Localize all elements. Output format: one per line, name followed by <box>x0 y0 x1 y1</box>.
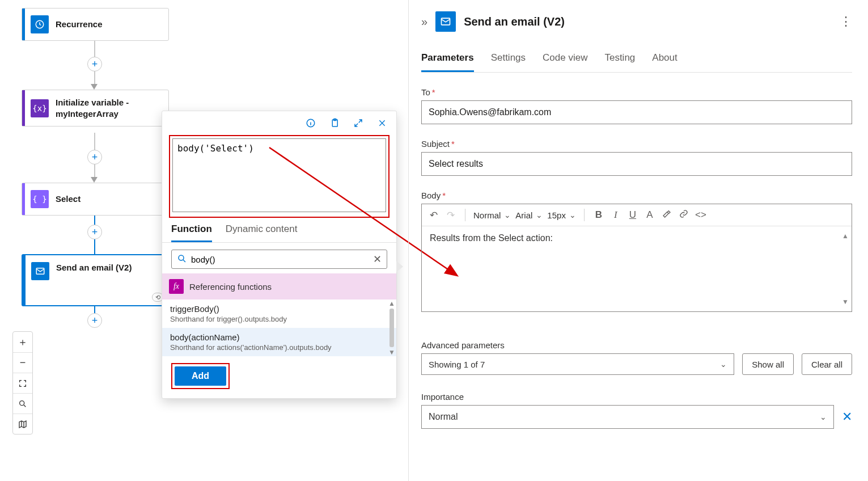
search-icon <box>177 254 187 266</box>
flow-node-select[interactable]: { } Select <box>22 183 169 216</box>
rte-body[interactable]: Results from the Select action: ▲ ▼ <box>422 226 852 311</box>
variable-icon: {x} <box>31 99 49 117</box>
field-label: Importance <box>421 392 852 402</box>
function-description: Shorthand for trigger().outputs.body <box>170 315 388 323</box>
expression-input[interactable]: body('Select') <box>172 138 386 212</box>
chevron-down-icon: ⌄ <box>536 210 543 220</box>
node-label: Initialize variable - myIntegerArray <box>56 90 158 126</box>
canvas-toolstrip: ＋ − <box>12 331 33 434</box>
node-accent <box>22 90 25 126</box>
scroll-thumb[interactable] <box>389 309 394 347</box>
code-view-icon[interactable]: <> <box>695 209 707 221</box>
add-step-button[interactable]: + <box>87 225 102 239</box>
popup-tabs: Function Dynamic content <box>162 218 396 243</box>
link-icon[interactable] <box>678 209 690 221</box>
node-label: Send an email (V2) <box>56 255 137 280</box>
function-list-scrollbar[interactable]: ▲ ▼ <box>388 299 395 356</box>
chevron-down-icon: ⌄ <box>820 412 827 421</box>
flow-node-send-email[interactable]: Send an email (V2) <box>22 254 169 306</box>
node-accent <box>22 183 25 215</box>
paste-icon[interactable] <box>328 117 341 129</box>
advanced-parameters-section: Advanced parameters Showing 1 of 7 ⌄ Sho… <box>421 340 852 375</box>
importance-select[interactable]: Normal ⌄ <box>421 405 834 429</box>
svg-point-2 <box>20 400 24 405</box>
function-category-header[interactable]: fx Referencing functions <box>162 273 396 299</box>
expression-popup: body('Select') Function Dynamic content … <box>162 111 397 399</box>
scroll-down-icon[interactable]: ▼ <box>388 348 395 356</box>
underline-icon[interactable]: U <box>626 209 639 221</box>
style-select[interactable]: Normal⌄ <box>473 210 511 220</box>
bold-icon[interactable]: B <box>592 209 605 221</box>
add-button[interactable]: Add <box>175 366 226 386</box>
tab-dynamic-content[interactable]: Dynamic content <box>226 223 298 242</box>
function-item-triggerbody[interactable]: triggerBody() Shorthand for trigger().ou… <box>162 299 396 328</box>
required-marker: * <box>451 139 455 149</box>
tab-parameters[interactable]: Parameters <box>421 52 474 72</box>
highlight-icon[interactable] <box>660 209 673 221</box>
fx-icon: fx <box>169 279 184 294</box>
info-icon[interactable] <box>304 117 317 129</box>
minimap-button[interactable] <box>13 414 32 434</box>
italic-icon[interactable]: I <box>609 209 622 221</box>
size-select[interactable]: 15px⌄ <box>547 210 576 220</box>
panel-title: Send an email (V2) <box>464 15 565 28</box>
popup-footer: Add <box>162 356 396 398</box>
function-search-input[interactable] <box>171 250 387 269</box>
fit-screen-button[interactable] <box>13 373 32 393</box>
font-select-label: Arial <box>515 210 532 220</box>
field-label: To <box>421 87 430 97</box>
to-input[interactable] <box>421 100 852 124</box>
panel-menu-button[interactable]: ⋮ <box>840 14 852 29</box>
tab-about[interactable]: About <box>652 52 677 72</box>
field-importance: Importance Normal ⌄ ✕ <box>421 392 852 429</box>
size-select-label: 15px <box>547 210 566 220</box>
panel-header: » Send an email (V2) ⋮ <box>421 0 852 36</box>
rte-toolbar: ↶ ↷ Normal⌄ Arial⌄ 15px⌄ B I U A <box>422 204 852 226</box>
expand-icon[interactable] <box>352 117 365 129</box>
expression-input-highlight: body('Select') <box>169 135 389 218</box>
add-step-button[interactable]: + <box>87 57 102 71</box>
toolbar-separator <box>584 209 585 221</box>
advanced-heading: Advanced parameters <box>421 340 852 350</box>
clear-icon[interactable]: ✕ <box>373 253 382 265</box>
close-icon[interactable] <box>376 117 388 129</box>
add-step-button[interactable]: + <box>87 313 102 328</box>
add-step-button[interactable]: + <box>87 150 102 164</box>
tab-settings[interactable]: Settings <box>491 52 526 72</box>
field-subject: Subject* <box>421 139 852 176</box>
function-name: triggerBody() <box>170 304 388 314</box>
function-description: Shorthand for actions('actionName').outp… <box>170 343 388 352</box>
outlook-icon <box>31 262 49 280</box>
node-accent <box>23 255 26 305</box>
zoom-out-button[interactable]: − <box>13 352 32 373</box>
tab-function[interactable]: Function <box>171 223 212 242</box>
undo-icon[interactable]: ↶ <box>427 209 440 221</box>
toolbar-separator <box>465 209 465 221</box>
zoom-in-button[interactable]: ＋ <box>13 332 32 352</box>
subject-input[interactable] <box>421 152 852 176</box>
search-button[interactable] <box>13 393 32 414</box>
tab-testing[interactable]: Testing <box>604 52 635 72</box>
flow-node-recurrence[interactable]: Recurrence <box>22 8 169 41</box>
flow-node-init-variable[interactable]: {x} Initialize variable - myIntegerArray <box>22 90 169 126</box>
scroll-up-icon[interactable]: ▲ <box>388 299 395 307</box>
show-all-button[interactable]: Show all <box>742 353 794 375</box>
tab-codeview[interactable]: Code view <box>543 52 587 72</box>
svg-point-6 <box>179 255 184 260</box>
scroll-up-icon[interactable]: ▲ <box>842 232 849 240</box>
rte-scrollbar[interactable]: ▲ ▼ <box>841 232 849 306</box>
field-label: Subject <box>421 139 450 149</box>
font-select[interactable]: Arial⌄ <box>515 210 543 220</box>
panel-tabs: Parameters Settings Code view Testing Ab… <box>421 36 852 73</box>
collapse-panel-button[interactable]: » <box>421 15 427 28</box>
importance-value: Normal <box>429 412 458 422</box>
advanced-select[interactable]: Showing 1 of 7 ⌄ <box>421 353 734 375</box>
remove-parameter-button[interactable]: ✕ <box>842 410 852 424</box>
arrow-down-icon <box>91 84 98 90</box>
style-select-label: Normal <box>473 210 501 220</box>
scroll-down-icon[interactable]: ▼ <box>842 298 849 306</box>
font-color-icon[interactable]: A <box>643 209 656 221</box>
advanced-select-text: Showing 1 of 7 <box>429 360 485 369</box>
function-item-body[interactable]: body(actionName) Shorthand for actions('… <box>162 328 396 356</box>
clear-all-button[interactable]: Clear all <box>802 353 852 375</box>
